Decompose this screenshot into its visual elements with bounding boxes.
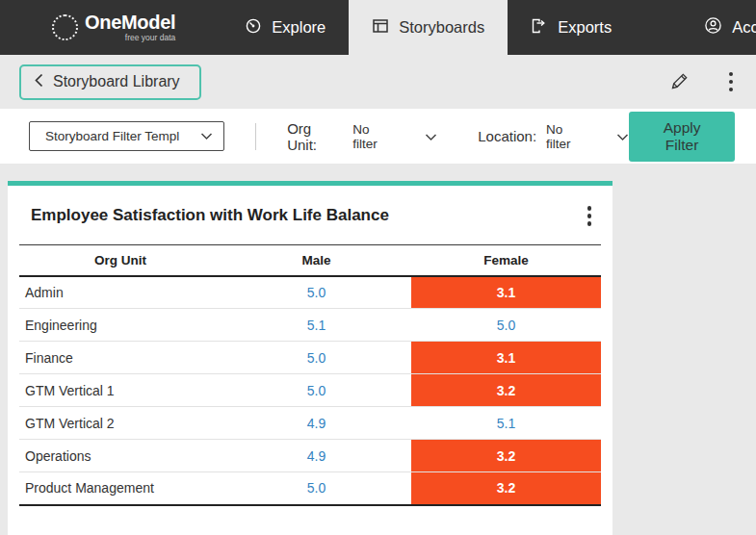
male-score-cell: 5.0 xyxy=(222,276,411,309)
storyboard-kebab-menu[interactable] xyxy=(721,66,742,98)
table-row: Product Management5.03.2 xyxy=(19,472,601,505)
compass-icon xyxy=(245,17,262,38)
brand-tagline: free your data xyxy=(85,34,175,42)
table-row: GTM Vertical 15.03.2 xyxy=(19,374,601,407)
female-score-cell: 3.2 xyxy=(411,440,601,472)
brand-name: OneModel xyxy=(85,13,175,32)
female-score-cell: 5.0 xyxy=(411,309,601,342)
filter-template-value: Storyboard Filter Templ xyxy=(45,129,179,143)
kebab-dot xyxy=(587,221,592,226)
table-row: Engineering5.15.0 xyxy=(19,309,601,342)
table-row: GTM Vertical 24.95.1 xyxy=(19,407,601,440)
top-navbar: OneModel free your data Explore Storyboa… xyxy=(0,0,756,55)
nav-item-label: Storyboards xyxy=(399,18,484,37)
onemodel-swirl-icon xyxy=(52,14,78,40)
nav-item-storyboards[interactable]: Storyboards xyxy=(349,0,508,55)
pencil-icon xyxy=(669,70,691,94)
satisfaction-table: Org Unit Male Female Admin5.03.1Engineer… xyxy=(19,244,601,506)
nav-item-label: Exports xyxy=(558,18,612,37)
satisfaction-table-body: Admin5.03.1Engineering5.15.0Finance5.03.… xyxy=(19,276,601,505)
column-header-female: Female xyxy=(411,244,601,276)
org-unit-filter-value: No filter xyxy=(352,122,396,151)
org-unit-filter-dropdown[interactable]: Org Unit: No filter xyxy=(287,120,437,153)
male-score-cell: 5.1 xyxy=(222,309,411,342)
male-score-cell: 4.9 xyxy=(222,440,411,472)
table-row: Admin5.03.1 xyxy=(19,276,601,309)
org-unit-cell: Product Management xyxy=(19,472,222,505)
apply-filter-button[interactable]: Apply Filter xyxy=(629,112,735,162)
table-row: Finance5.03.1 xyxy=(19,342,601,374)
kebab-dot xyxy=(587,214,592,218)
org-unit-filter-label: Org Unit: xyxy=(287,120,343,153)
female-score-cell: 3.1 xyxy=(411,276,601,309)
column-header-org-unit: Org Unit xyxy=(19,244,222,276)
male-score-cell: 5.0 xyxy=(222,374,411,407)
female-score-cell: 3.1 xyxy=(411,342,601,374)
org-unit-cell: Finance xyxy=(19,342,222,374)
kebab-dot xyxy=(729,72,734,77)
female-score-cell: 5.1 xyxy=(411,407,601,440)
edit-pencil-button[interactable] xyxy=(664,64,696,100)
back-to-library-button[interactable]: Storyboard Library xyxy=(19,64,201,100)
column-header-male: Male xyxy=(222,244,411,276)
onemodel-logo[interactable]: OneModel free your data xyxy=(52,0,175,55)
export-icon xyxy=(531,17,548,38)
nav-item-label: Account xyxy=(732,18,756,37)
male-score-cell: 4.9 xyxy=(222,407,411,440)
chevron-down-icon xyxy=(425,128,437,145)
nav-item-exports[interactable]: Exports xyxy=(508,0,635,55)
chevron-down-icon xyxy=(616,128,629,145)
storyboard-tile: Employee Satisfaction with Work Life Bal… xyxy=(8,181,613,535)
location-filter-dropdown[interactable]: Location: No filter xyxy=(478,122,629,151)
male-score-cell: 5.0 xyxy=(222,342,411,374)
storyboard-icon xyxy=(372,17,389,38)
kebab-dot xyxy=(587,206,592,211)
chevron-down-icon xyxy=(200,129,213,143)
table-row: Operations4.93.2 xyxy=(19,440,601,472)
org-unit-cell: GTM Vertical 1 xyxy=(19,374,222,407)
back-button-label: Storyboard Library xyxy=(53,73,180,90)
org-unit-cell: Operations xyxy=(19,440,222,472)
filter-bar: Storyboard Filter Templ Org Unit: No fil… xyxy=(0,109,756,164)
tile-title: Employee Satisfaction with Work Life Bal… xyxy=(31,206,389,225)
org-unit-cell: Admin xyxy=(19,276,222,309)
filter-divider xyxy=(255,123,256,150)
back-chevron-icon xyxy=(34,73,44,91)
kebab-dot xyxy=(729,80,734,85)
tile-kebab-menu[interactable] xyxy=(580,200,600,232)
location-filter-value: No filter xyxy=(546,122,587,151)
male-score-cell: 5.0 xyxy=(222,472,411,505)
nav-item-explore[interactable]: Explore xyxy=(222,0,349,55)
kebab-dot xyxy=(729,88,734,92)
nav-item-account[interactable]: Account xyxy=(681,0,756,55)
storyboard-toolbar: Storyboard Library xyxy=(0,55,756,109)
org-unit-cell: GTM Vertical 2 xyxy=(19,407,222,440)
female-score-cell: 3.2 xyxy=(411,374,601,407)
location-filter-label: Location: xyxy=(478,128,536,144)
account-icon xyxy=(704,16,722,38)
table-header-row: Org Unit Male Female xyxy=(19,244,601,276)
female-score-cell: 3.2 xyxy=(411,472,601,505)
nav-item-label: Explore xyxy=(272,18,326,37)
filter-template-dropdown[interactable]: Storyboard Filter Templ xyxy=(29,121,224,151)
org-unit-cell: Engineering xyxy=(19,309,222,342)
